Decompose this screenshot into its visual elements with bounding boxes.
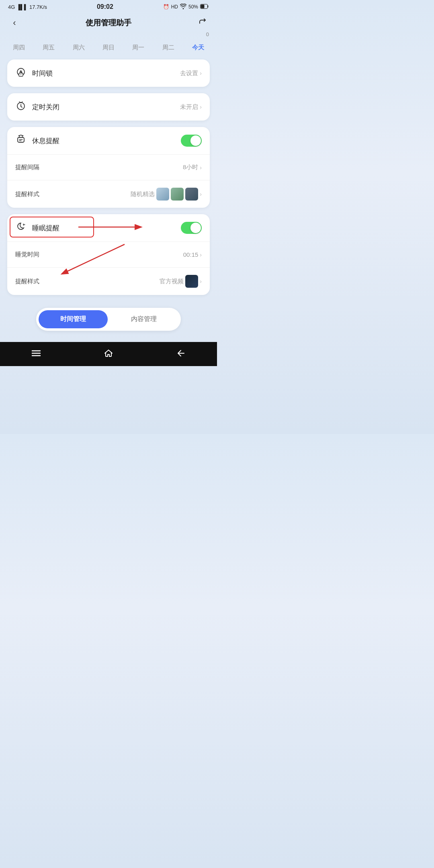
- thumb-1: [156, 188, 169, 201]
- nav-bar: [0, 342, 217, 366]
- time-lock-chevron: ›: [200, 70, 202, 76]
- sleep-time-label: 睡觉时间: [15, 251, 183, 258]
- content-management-tab[interactable]: 内容管理: [109, 310, 178, 328]
- menu-nav-icon[interactable]: [23, 346, 49, 362]
- signal-bars: ▐▌▌: [16, 4, 28, 10]
- sleep-toggle-thumb: [190, 223, 201, 233]
- sleep-reminder-card: 睡眠提醒 睡觉时间 00:15 › 提醒样式 官方视频 ›: [7, 214, 210, 295]
- rest-interval-chevron: ›: [200, 164, 202, 171]
- speed-label: 17.7K/s: [29, 4, 47, 10]
- day-tabs: 周四 周五 周六 周日 周一 周二 今天: [0, 39, 217, 59]
- time-lock-card: 时间锁 去设置 ›: [7, 59, 210, 87]
- tab-fri[interactable]: 周五: [40, 42, 57, 53]
- rest-thumbnails: [156, 188, 198, 201]
- sleep-icon: [15, 221, 27, 234]
- status-right: ⏰ HD 50%: [163, 4, 209, 10]
- svg-point-4: [20, 74, 21, 75]
- tab-mon[interactable]: 周一: [130, 42, 147, 53]
- tab-tue[interactable]: 周二: [160, 42, 177, 53]
- thumb-2: [171, 188, 184, 201]
- rest-toggle[interactable]: [181, 135, 202, 147]
- svg-rect-1: [201, 4, 205, 8]
- back-nav-icon[interactable]: [168, 345, 194, 363]
- page-title: 使用管理助手: [21, 18, 196, 28]
- rest-interval-row[interactable]: 提醒间隔 8小时 ›: [7, 155, 210, 180]
- bottom-tabs-wrap: 时间管理 内容管理: [0, 301, 217, 339]
- status-left: 4G ▐▌▌ 17.7K/s: [8, 4, 47, 10]
- rest-interval-value: 8小时 ›: [183, 164, 202, 171]
- sleep-time-value: 00:15 ›: [183, 251, 202, 258]
- rest-toggle-thumb: [190, 135, 201, 146]
- timed-off-chevron: ›: [200, 104, 202, 110]
- tab-thu[interactable]: 周四: [10, 42, 27, 53]
- sleep-style-chevron: ›: [200, 278, 202, 285]
- battery-icon: [200, 4, 209, 10]
- sleep-toggle[interactable]: [181, 222, 202, 234]
- alarm-icon: ⏰: [163, 4, 169, 10]
- time-lock-row[interactable]: 时间锁 去设置 ›: [7, 59, 210, 87]
- header: ‹ 使用管理助手: [0, 13, 217, 31]
- hd-label: HD: [171, 4, 178, 10]
- rest-label: 休息提醒: [32, 136, 181, 145]
- sleep-main-row: 睡眠提醒: [7, 214, 210, 242]
- bottom-tabs: 时间管理 内容管理: [36, 308, 181, 331]
- wifi-icon: [180, 4, 186, 10]
- rest-style-value: 随机精选 ›: [131, 188, 202, 201]
- rest-reminder-card: 休息提醒 提醒间隔 8小时 › 提醒样式 随机精选 ›: [7, 127, 210, 208]
- sleep-section: 睡眠提醒 睡觉时间 00:15 › 提醒样式 官方视频 ›: [0, 214, 217, 295]
- timed-off-icon: [15, 100, 27, 113]
- status-bar: 4G ▐▌▌ 17.7K/s 09:02 ⏰ HD 50%: [0, 0, 217, 13]
- time-management-tab[interactable]: 时间管理: [39, 310, 108, 328]
- time-lock-value: 去设置 ›: [180, 70, 202, 77]
- time-lock-icon: [15, 67, 27, 80]
- timed-off-value: 未开启 ›: [180, 103, 202, 111]
- back-button[interactable]: ‹: [8, 18, 21, 28]
- rest-icon: [15, 134, 27, 147]
- tab-today[interactable]: 今天: [190, 42, 207, 53]
- sleep-thumbnails: [185, 275, 198, 288]
- status-time: 09:02: [97, 3, 113, 10]
- timed-off-row[interactable]: 定时关闭 未开启 ›: [7, 93, 210, 121]
- sleep-style-value: 官方视频 ›: [160, 275, 202, 288]
- time-lock-label: 时间锁: [32, 69, 180, 78]
- battery-label: 50%: [188, 4, 198, 10]
- svg-rect-6: [18, 137, 24, 142]
- sleep-time-row[interactable]: 睡觉时间 00:15 ›: [7, 242, 210, 268]
- sleep-thumb: [185, 275, 198, 288]
- header-count: 0: [0, 31, 217, 37]
- sleep-label: 睡眠提醒: [32, 223, 181, 233]
- rest-main-row: 休息提醒: [7, 127, 210, 155]
- sleep-style-row[interactable]: 提醒样式 官方视频 ›: [7, 268, 210, 295]
- sleep-style-label: 提醒样式: [15, 278, 160, 285]
- network-label: 4G: [8, 4, 15, 10]
- timed-off-card: 定时关闭 未开启 ›: [7, 93, 210, 121]
- timed-off-label: 定时关闭: [32, 102, 180, 112]
- rest-style-label: 提醒样式: [15, 190, 131, 198]
- share-button[interactable]: [196, 17, 209, 29]
- rest-style-chevron: ›: [200, 191, 202, 197]
- tab-sat[interactable]: 周六: [70, 42, 87, 53]
- rest-style-row[interactable]: 提醒样式 随机精选 ›: [7, 180, 210, 208]
- thumb-3: [185, 188, 198, 201]
- rest-interval-label: 提醒间隔: [15, 164, 183, 171]
- tab-sun[interactable]: 周日: [100, 42, 117, 53]
- sleep-time-chevron: ›: [200, 252, 202, 258]
- home-nav-icon[interactable]: [96, 345, 121, 363]
